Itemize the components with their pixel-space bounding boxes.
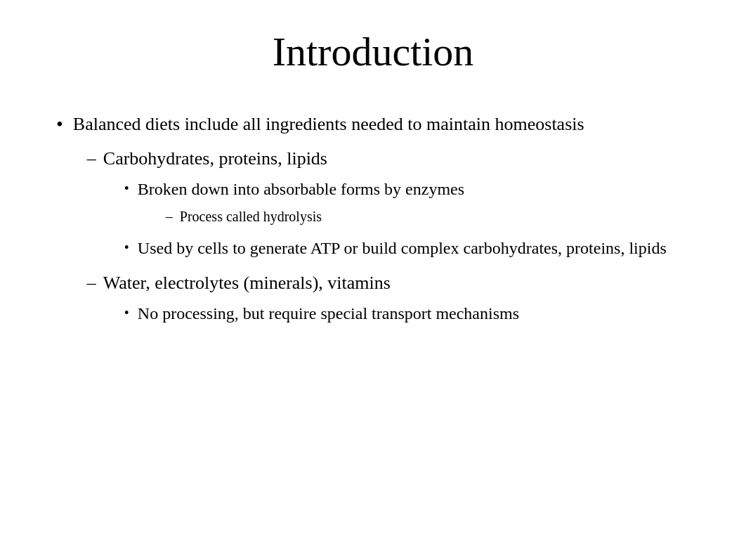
level4-1-label: Process called hydrolysis [180, 209, 322, 224]
list-item-1: • Balanced diets include all ingredients… [56, 110, 704, 334]
sub2-text-block: Water, electrolytes (minerals), vitamins… [103, 269, 704, 330]
bullet2-icon: • [124, 176, 129, 200]
bullet-icon: • [56, 110, 63, 138]
sub-sub-list-1: • Broken down into absorbable forms by e… [124, 176, 704, 261]
sub-sub-item-2: • Used by cells to generate ATP or build… [124, 235, 704, 261]
bullet3-icon: • [124, 235, 129, 259]
sub-sub3-text-block: No processing, but require special trans… [138, 301, 704, 326]
item1-text: Balanced diets include all ingredients n… [73, 114, 584, 134]
main-list: • Balanced diets include all ingredients… [56, 110, 704, 334]
sub-item-2: – Water, electrolytes (minerals), vitami… [87, 269, 704, 330]
level4-1-text: Process called hydrolysis [180, 206, 704, 227]
sub-sub-list-2: • No processing, but require special tra… [124, 301, 704, 326]
dash3-icon: – [87, 269, 96, 297]
item1-text-block: Balanced diets include all ingredients n… [73, 110, 704, 334]
dash-icon: – [87, 145, 96, 172]
level4-list-1: – Process called hydrolysis [166, 206, 704, 227]
level4-item-1: – Process called hydrolysis [166, 206, 704, 227]
sub-item-1: – Carbohydrates, proteins, lipids • Brok… [87, 145, 704, 265]
sub-list-1: – Carbohydrates, proteins, lipids • Brok… [87, 145, 704, 330]
sub-sub3-label: No processing, but require special trans… [138, 304, 519, 323]
slide-content: • Balanced diets include all ingredients… [42, 110, 704, 532]
sub1-label: Carbohydrates, proteins, lipids [103, 148, 327, 169]
bullet4-icon: • [124, 301, 129, 325]
sub-sub1-text-block: Broken down into absorbable forms by enz… [138, 176, 704, 231]
sub-sub-item-3: • No processing, but require special tra… [124, 301, 704, 326]
dash2-icon: – [166, 206, 173, 227]
slide: Introduction • Balanced diets include al… [0, 0, 746, 560]
sub-sub2-text-block: Used by cells to generate ATP or build c… [138, 235, 704, 261]
sub-sub-item-1: • Broken down into absorbable forms by e… [124, 176, 704, 231]
sub-sub1-label: Broken down into absorbable forms by enz… [138, 180, 464, 198]
sub1-text-block: Carbohydrates, proteins, lipids • Broken… [103, 145, 704, 265]
sub2-label: Water, electrolytes (minerals), vitamins [103, 273, 391, 293]
slide-title: Introduction [42, 28, 704, 82]
sub-sub2-label: Used by cells to generate ATP or build c… [138, 239, 667, 257]
